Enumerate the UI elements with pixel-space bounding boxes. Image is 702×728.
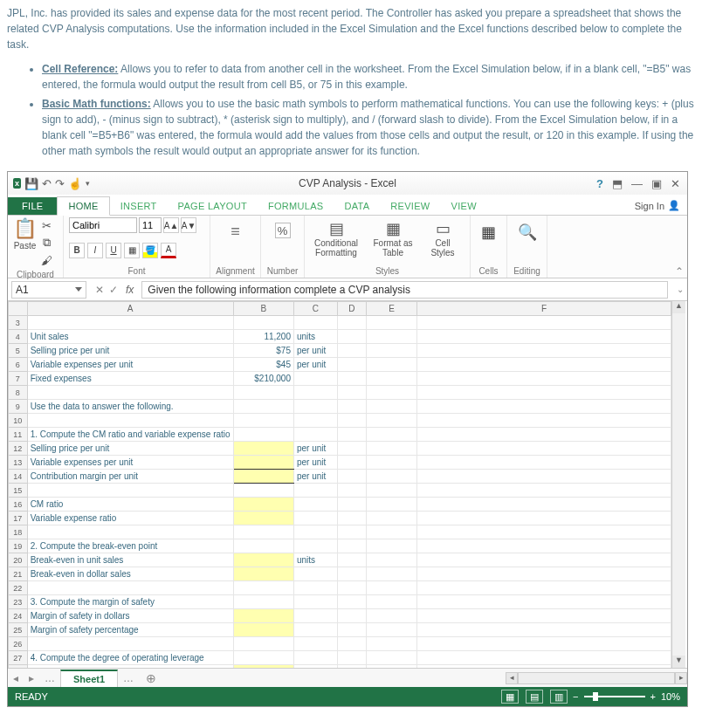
minimize-icon[interactable]: — — [631, 177, 643, 190]
scroll-down-icon[interactable]: ▼ — [672, 656, 685, 668]
alignment-icon[interactable]: ≡ — [216, 217, 255, 241]
scroll-up-icon[interactable]: ▲ — [672, 301, 685, 313]
fx-icon[interactable]: fx — [123, 284, 136, 296]
row-18[interactable]: 18 — [9, 525, 671, 539]
col-header-B[interactable]: B — [233, 302, 293, 316]
copy-icon[interactable]: ⧉ — [38, 235, 54, 251]
tab-nav-first-icon[interactable]: ◂ — [8, 672, 24, 684]
bold-button[interactable]: B — [69, 243, 85, 258]
row-10[interactable]: 10 — [9, 414, 671, 428]
save-icon[interactable]: 💾 — [24, 177, 38, 190]
row-7[interactable]: 7Fixed expenses$210,000 — [9, 372, 671, 386]
sign-in[interactable]: Sign In👤 — [628, 196, 687, 215]
col-header-D[interactable]: D — [337, 302, 366, 316]
cancel-entry-icon[interactable]: ✕ — [95, 284, 104, 296]
redo-icon[interactable]: ↷ — [55, 177, 65, 190]
cell-styles-button[interactable]: ▭Cell Styles — [423, 219, 462, 258]
col-header-F[interactable]: F — [417, 302, 671, 316]
conditional-formatting-button[interactable]: ▤Conditional Formatting — [310, 219, 362, 258]
underline-button[interactable]: U — [106, 243, 121, 258]
name-box[interactable]: A1 — [11, 281, 86, 299]
row-25[interactable]: 25Margin of safety percentage — [9, 623, 671, 637]
touch-icon[interactable]: ☝ — [68, 177, 82, 190]
col-header-E[interactable]: E — [366, 302, 416, 316]
row-13[interactable]: 13Variable expenses per unitper unit — [9, 456, 671, 470]
col-header-C[interactable]: C — [293, 302, 337, 316]
sheet-tab-sheet1[interactable]: Sheet1 — [60, 670, 118, 687]
increase-font-icon[interactable]: A▲ — [163, 217, 179, 233]
zoom-slider[interactable] — [584, 696, 645, 697]
tab-nav-more2-icon[interactable]: … — [118, 672, 139, 684]
undo-icon[interactable]: ↶ — [42, 177, 52, 190]
row-16[interactable]: 16CM ratio — [9, 498, 671, 512]
font-name-input[interactable] — [69, 217, 137, 233]
tab-view[interactable]: VIEW — [441, 197, 487, 215]
add-sheet-icon[interactable]: ⊕ — [139, 671, 163, 685]
cut-icon[interactable]: ✂ — [38, 217, 54, 233]
row-20[interactable]: 20Break-even in unit salesunits — [9, 553, 671, 567]
hscroll-right-icon[interactable]: ▸ — [675, 672, 687, 684]
row-23[interactable]: 233. Compute the margin of safety — [9, 595, 671, 609]
collapse-ribbon-icon[interactable]: ⌃ — [671, 216, 687, 278]
zoom-out-icon[interactable]: − — [573, 691, 578, 702]
vertical-scrollbar[interactable]: ▲ ▼ — [671, 301, 685, 668]
enter-entry-icon[interactable]: ✓ — [109, 284, 118, 296]
border-button[interactable]: ▦ — [124, 243, 140, 258]
row-19[interactable]: 192. Compute the break-even point — [9, 539, 671, 553]
spreadsheet-grid[interactable]: ABCDEF34Unit sales11,200units5Selling pr… — [8, 301, 687, 668]
hscroll-left-icon[interactable]: ◂ — [506, 672, 518, 684]
col-header-rownum[interactable] — [9, 302, 28, 316]
row-26[interactable]: 26 — [9, 637, 671, 651]
formula-bar[interactable]: Given the following information complete… — [141, 281, 668, 299]
percent-icon[interactable]: % — [266, 217, 299, 238]
tab-formulas[interactable]: FORMULAS — [258, 197, 334, 215]
row-21[interactable]: 21Break-even in dollar sales — [9, 567, 671, 581]
page-break-view-icon[interactable]: ▥ — [550, 690, 568, 704]
row-14[interactable]: 14Contribution margin per unitper unit — [9, 470, 671, 484]
expand-formula-bar-icon[interactable]: ⌄ — [673, 285, 687, 294]
paste-button[interactable]: 📋 Paste — [13, 217, 37, 268]
normal-view-icon[interactable]: ▦ — [501, 690, 519, 704]
page-layout-view-icon[interactable]: ▤ — [526, 690, 543, 704]
tab-pagelayout[interactable]: PAGE LAYOUT — [168, 197, 258, 215]
editing-icon[interactable]: 🔍 — [513, 217, 541, 242]
tab-file[interactable]: FILE — [8, 197, 57, 215]
row-8[interactable]: 8 — [9, 386, 671, 400]
fill-color-button[interactable]: 🪣 — [142, 243, 158, 258]
row-15[interactable]: 15 — [9, 484, 671, 498]
italic-button[interactable]: I — [87, 243, 103, 258]
tab-review[interactable]: REVIEW — [380, 197, 440, 215]
row-27[interactable]: 274. Compute the degree of operating lev… — [9, 651, 671, 665]
format-as-table-button[interactable]: ▦Format as Table — [369, 219, 416, 258]
format-painter-icon[interactable]: 🖌 — [38, 252, 54, 268]
tab-data[interactable]: DATA — [334, 197, 380, 215]
tab-home[interactable]: HOME — [57, 196, 109, 216]
qat-dropdown-icon[interactable]: ▾ — [86, 179, 90, 188]
font-size-input[interactable] — [139, 217, 162, 233]
cells-icon[interactable]: ▦ — [476, 217, 501, 242]
tab-nav-more-icon[interactable]: … — [39, 672, 60, 684]
row-12[interactable]: 12Selling price per unitper unit — [9, 442, 671, 456]
decrease-font-icon[interactable]: A▼ — [181, 217, 196, 233]
zoom-in-icon[interactable]: + — [650, 691, 656, 702]
help-icon[interactable]: ? — [596, 177, 603, 190]
row-9[interactable]: 9Use the data to answer the following. — [9, 400, 671, 414]
maximize-icon[interactable]: ▣ — [651, 177, 662, 190]
tab-nav-next-icon[interactable]: ▸ — [24, 672, 39, 684]
row-6[interactable]: 6Variable expenses per unit$45per unit — [9, 358, 671, 372]
row-3[interactable]: 3 — [9, 316, 671, 330]
horizontal-scrollbar[interactable]: ◂ ▸ — [506, 672, 687, 684]
close-icon[interactable]: ✕ — [671, 177, 680, 190]
row-22[interactable]: 22 — [9, 581, 671, 595]
ribbon-options-icon[interactable]: ⬒ — [612, 177, 623, 190]
font-color-button[interactable]: A — [161, 243, 176, 258]
col-header-A[interactable]: A — [27, 302, 233, 316]
row-28[interactable]: 28Sales — [9, 665, 671, 669]
row-24[interactable]: 24Margin of safety in dollars — [9, 609, 671, 623]
row-4[interactable]: 4Unit sales11,200units — [9, 330, 671, 344]
namebox-dropdown-icon[interactable] — [75, 287, 82, 292]
row-5[interactable]: 5Selling price per unit$75per unit — [9, 344, 671, 358]
row-17[interactable]: 17Variable expense ratio — [9, 512, 671, 525]
row-11[interactable]: 111. Compute the CM ratio and variable e… — [9, 428, 671, 442]
tab-insert[interactable]: INSERT — [110, 197, 168, 215]
